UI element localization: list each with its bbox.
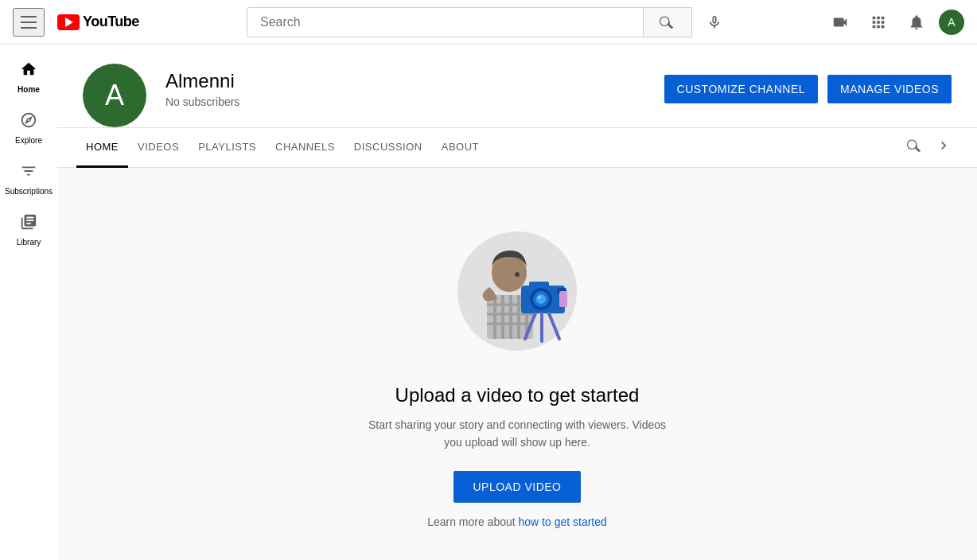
bell-icon [908, 14, 925, 31]
youtube-logo[interactable]: YouTube [57, 14, 139, 30]
notifications-button[interactable] [901, 6, 932, 38]
learn-more-link[interactable]: how to get started [519, 515, 607, 528]
youtube-icon [57, 14, 80, 30]
mic-button[interactable] [699, 6, 730, 38]
tab-channels[interactable]: CHANNELS [266, 128, 344, 168]
subscriptions-icon [20, 162, 37, 184]
main-content: A Almenni No subscribers CUSTOMIZE CHANN… [57, 45, 977, 560]
sidebar-library-label: Library [17, 238, 41, 247]
user-avatar-button[interactable]: A [939, 10, 964, 35]
search-bar [247, 7, 692, 37]
sidebar-item-library[interactable]: Library [0, 204, 57, 255]
sidebar-item-explore[interactable]: Explore [0, 102, 57, 153]
channel-avatar: A [83, 64, 146, 127]
channel-subscribers: No subscribers [165, 95, 645, 108]
upload-video-cta-button[interactable]: UPLOAD VIDEO [453, 471, 580, 503]
sidebar-item-subscriptions[interactable]: Subscriptions [0, 153, 57, 204]
videographer-illustration [446, 216, 589, 359]
tab-discussion[interactable]: DISCUSSION [344, 128, 432, 168]
channel-name: Almenni [165, 70, 645, 92]
channel-info: Almenni No subscribers [165, 70, 645, 121]
sidebar-subscriptions-label: Subscriptions [5, 187, 53, 196]
tab-about[interactable]: ABOUT [432, 128, 488, 168]
empty-state-illustration [446, 216, 589, 359]
channel-header: A Almenni No subscribers CUSTOMIZE CHANN… [57, 45, 977, 128]
apps-icon [870, 14, 887, 31]
explore-icon [20, 111, 37, 133]
svg-rect-22 [559, 291, 567, 307]
empty-state-title: Upload a video to get started [395, 384, 640, 406]
svg-point-16 [538, 296, 541, 299]
nav-left: YouTube [13, 8, 204, 37]
svg-rect-17 [529, 282, 549, 288]
empty-state-description: Start sharing your story and connecting … [366, 416, 668, 452]
content-area: Upload a video to get started Start shar… [57, 168, 977, 560]
learn-more-prefix: Learn more about [427, 515, 518, 528]
tab-videos[interactable]: VIDEOS [128, 128, 189, 168]
nav-center [204, 6, 773, 38]
chevron-right-icon [936, 138, 952, 154]
search-button[interactable] [643, 8, 691, 37]
channel-actions: CUSTOMIZE CHANNEL MANAGE VIDEOS [664, 75, 952, 116]
svg-point-15 [536, 294, 546, 304]
svg-point-11 [515, 272, 520, 277]
channel-tabs: HOME VIDEOS PLAYLISTS CHANNELS DISCUSSIO… [57, 128, 977, 168]
nav-right: A [773, 6, 964, 38]
apps-button[interactable] [862, 6, 894, 38]
hamburger-menu[interactable] [13, 8, 45, 37]
upload-video-button[interactable] [824, 6, 856, 38]
sidebar: Home Explore Subscriptions Library [0, 45, 57, 560]
tab-home[interactable]: HOME [76, 128, 128, 168]
search-input[interactable] [247, 9, 643, 36]
tabs-search-button[interactable] [901, 131, 929, 164]
sidebar-explore-label: Explore [15, 136, 42, 145]
library-icon [20, 213, 37, 235]
top-navigation: YouTube [0, 0, 977, 45]
youtube-wordmark: YouTube [83, 14, 139, 30]
search-icon [660, 14, 675, 30]
sidebar-home-label: Home [18, 85, 40, 94]
mic-icon [706, 14, 722, 30]
learn-more-text: Learn more about how to get started [427, 515, 607, 528]
tabs-search-icon [907, 138, 923, 154]
tabs-more-button[interactable] [929, 131, 958, 164]
tab-playlists[interactable]: PLAYLISTS [189, 128, 266, 168]
sidebar-item-home[interactable]: Home [0, 51, 57, 102]
customize-channel-button[interactable]: CUSTOMIZE CHANNEL [664, 75, 818, 103]
home-icon [20, 60, 37, 82]
camera-icon [831, 14, 849, 31]
manage-videos-button[interactable]: MANAGE VIDEOS [827, 75, 952, 103]
